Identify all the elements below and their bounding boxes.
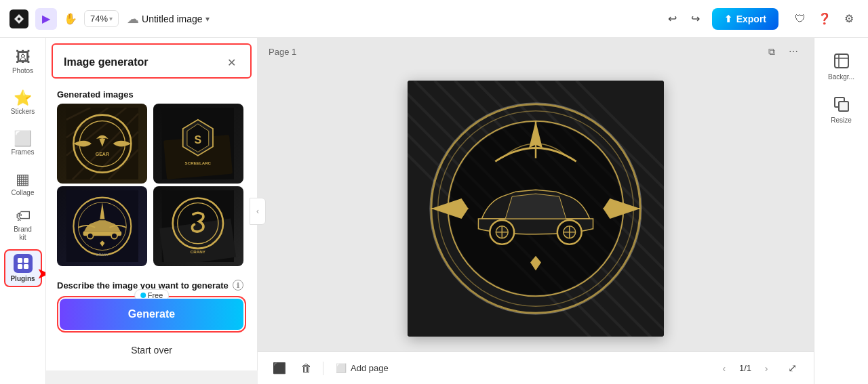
plugins-icon	[14, 254, 33, 273]
redo-button[interactable]: ↪	[685, 8, 707, 30]
canvas-content	[258, 65, 814, 351]
right-panel-background[interactable]: Backgr...	[820, 46, 863, 87]
undo-redo-group: ↩ ↪	[662, 8, 707, 30]
export-button[interactable]: ⬆ Export	[712, 8, 778, 30]
bottom-bar: ⬛ 🗑 ⬜ Add page ‹ 1/1 › ⤢	[258, 351, 814, 384]
svg-point-23	[87, 233, 93, 239]
title-area: ☁ Untitled image ▾	[127, 12, 210, 26]
free-dot	[140, 293, 146, 298]
title-chevron[interactable]: ▾	[205, 14, 210, 24]
svg-rect-4	[24, 264, 28, 269]
svg-rect-63	[839, 102, 848, 111]
right-panel-resize[interactable]: Resize	[820, 89, 863, 130]
generate-button-wrapper: Free Generate	[57, 296, 246, 333]
delete-page-button[interactable]: 🗑	[296, 358, 317, 379]
photos-icon: 🖼	[16, 50, 31, 65]
shield-icon[interactable]: 🛡	[789, 8, 811, 30]
svg-text:CRANY: CRANY	[191, 249, 206, 254]
add-page-icon: ⬜	[336, 363, 347, 373]
svg-rect-1	[18, 258, 22, 263]
background-icon	[832, 51, 851, 70]
app-logo	[8, 8, 30, 30]
panel-collapse-handle[interactable]: ‹	[250, 198, 266, 225]
page-copy-button[interactable]: ⧉	[762, 42, 781, 61]
bottom-divider	[323, 362, 323, 375]
page-more-button[interactable]: ⋯	[784, 42, 803, 61]
main-canvas-image	[408, 81, 664, 337]
icon-sidebar: 🖼 Photos ⭐ Stickers ⬜ Frames ▦ Collage 🏷…	[0, 38, 46, 384]
panel-wrapper: Image generator ✕ Generated images	[46, 38, 258, 384]
start-over-button[interactable]: Start over	[57, 338, 246, 362]
info-icon: ℹ	[233, 280, 243, 291]
page-thumbnail-button[interactable]: ⬛	[269, 358, 290, 379]
frames-icon: ⬜	[14, 131, 32, 146]
generated-image-2[interactable]: S SCREELARC	[153, 104, 243, 184]
toolbar-tools: ▶ ✋ 74% ▾	[35, 8, 119, 30]
image-generator-panel: Image generator ✕ Generated images	[46, 38, 258, 370]
svg-rect-2	[24, 258, 28, 263]
document-title: Untitled image	[142, 14, 203, 24]
svg-text:S: S	[195, 134, 202, 146]
svg-text:GEAR: GEAR	[95, 152, 108, 156]
svg-rect-3	[18, 264, 22, 269]
right-panel: Backgr... Resize	[814, 38, 868, 384]
resize-label: Resize	[831, 116, 852, 125]
canvas-area: Page 1 ⧉ ⋯	[258, 38, 814, 384]
cloud-icon: ☁	[127, 12, 139, 26]
page-actions: ⧉ ⋯	[762, 42, 803, 61]
resize-icon	[832, 95, 851, 114]
svg-point-24	[111, 233, 117, 239]
add-page-button[interactable]: ⬜ Add page	[329, 359, 395, 377]
generated-image-1[interactable]: GEAR	[57, 104, 147, 184]
top-bar: ▶ ✋ 74% ▾ ☁ Untitled image ▾ ↩ ↪ ⬆ Expor…	[0, 0, 868, 38]
brand-icon: 🏷	[16, 209, 31, 223]
page-label: Page 1	[269, 47, 296, 57]
canvas-frame[interactable]	[408, 81, 664, 337]
pagination: ‹ 1/1 ›	[715, 359, 776, 378]
section-label: Generated images	[46, 84, 257, 104]
panel-title: Image generator	[64, 56, 148, 68]
svg-rect-61	[835, 54, 848, 68]
undo-button[interactable]: ↩	[662, 8, 684, 30]
generate-area: Describe the image you want to generate …	[46, 272, 257, 370]
main-layout: 🖼 Photos ⭐ Stickers ⬜ Frames ▦ Collage 🏷…	[0, 38, 868, 384]
background-label: Backgr...	[828, 73, 854, 81]
select-tool[interactable]: ▶	[35, 8, 57, 30]
hand-tool[interactable]: ✋	[60, 8, 81, 30]
sidebar-item-stickers[interactable]: ⭐ Stickers	[4, 84, 42, 122]
svg-text:SCREELARC: SCREELARC	[185, 161, 212, 165]
resize-canvas-button[interactable]: ⤢	[781, 358, 803, 379]
header-right-icons: 🛡 ❓ ⚙	[789, 8, 860, 30]
prev-page-button[interactable]: ‹	[715, 359, 734, 378]
generated-image-3[interactable]: CRANY	[57, 186, 147, 266]
sidebar-item-collage[interactable]: ▦ Collage	[4, 165, 42, 203]
svg-text:CRANY: CRANY	[96, 253, 108, 257]
collage-icon: ▦	[16, 172, 30, 187]
panel-close-button[interactable]: ✕	[223, 54, 239, 70]
sidebar-item-photos[interactable]: 🖼 Photos	[4, 43, 42, 81]
generate-button[interactable]: Generate	[60, 299, 243, 330]
panel-header: Image generator ✕	[52, 43, 252, 79]
help-icon[interactable]: ❓	[814, 8, 835, 30]
settings-icon[interactable]: ⚙	[838, 8, 860, 30]
canvas-top-bar: Page 1 ⧉ ⋯	[258, 38, 814, 65]
zoom-control[interactable]: 74% ▾	[84, 10, 119, 27]
sidebar-item-plugins[interactable]: Plugins	[4, 249, 42, 287]
sidebar-item-brand[interactable]: 🏷 Brandkit	[4, 206, 42, 244]
stickers-icon: ⭐	[14, 91, 32, 106]
generated-images-grid: GEAR S SCREELARC	[46, 104, 257, 272]
sidebar-item-frames[interactable]: ⬜ Frames	[4, 125, 42, 163]
export-icon: ⬆	[724, 14, 732, 24]
generated-image-4[interactable]: CRANY	[153, 186, 243, 266]
next-page-button[interactable]: ›	[757, 359, 776, 378]
